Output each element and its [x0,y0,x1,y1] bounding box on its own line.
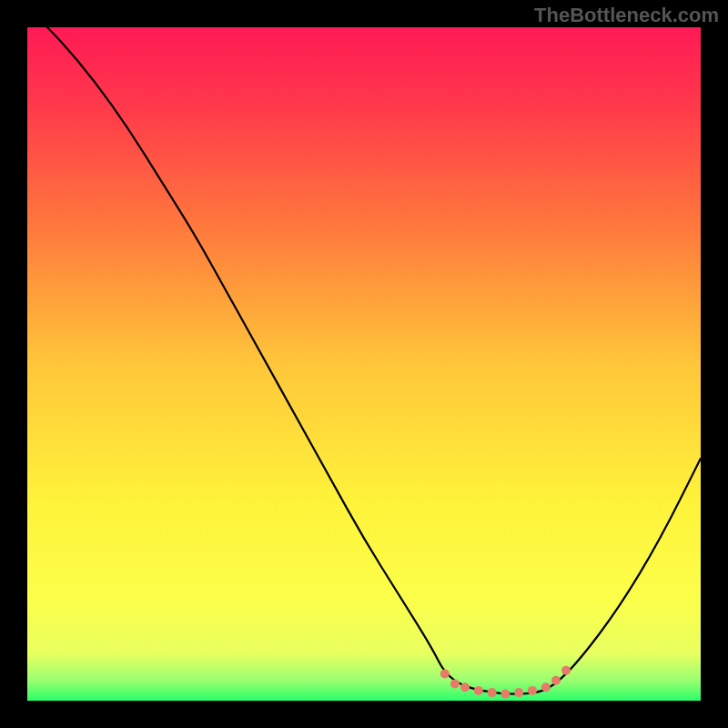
watermark-text: TheBottleneck.com [534,4,719,27]
chart-container: TheBottleneck.com [0,0,728,728]
valley-marker [488,688,497,697]
valley-marker [500,690,510,699]
valley-marker [514,688,523,697]
valley-marker [541,682,551,692]
valley-marker [474,686,483,695]
valley-marker [561,666,571,675]
valley-marker [528,686,537,695]
valley-marker [551,676,561,685]
valley-marker [440,669,450,678]
valley-marker [460,682,470,692]
chart-canvas [0,0,728,728]
valley-marker [450,680,460,689]
